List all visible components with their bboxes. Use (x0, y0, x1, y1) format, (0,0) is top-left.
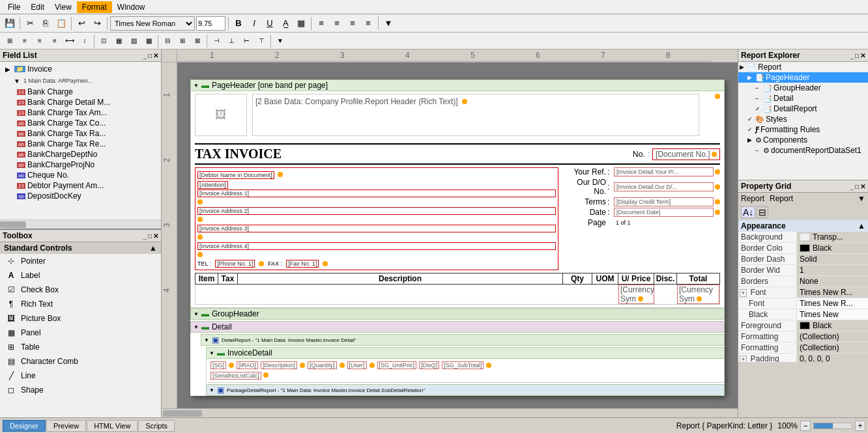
underline-button[interactable]: U (263, 16, 277, 31)
prop-value-background[interactable]: Transp... (797, 232, 868, 242)
field-list-main-data[interactable]: ▼ 1 Main Data: ARPaymen... (1, 75, 160, 87)
font-color-button[interactable]: A̲ (278, 16, 293, 31)
tb2-align3[interactable]: ⊢ (239, 35, 253, 48)
tb2-btn6[interactable]: ↕ (78, 35, 92, 48)
explorer-components[interactable]: ▶ ⚙ Components (738, 135, 868, 145)
tb2-more[interactable]: ▼ (273, 35, 287, 48)
tb2-btn9[interactable]: ▨ (126, 35, 141, 48)
toolbox-collapse-icon[interactable]: ▲ (149, 244, 157, 253)
expand-styles[interactable]: ✓ (747, 116, 755, 122)
prop-value-formatting2[interactable]: (Collection) (797, 342, 868, 353)
toolbox-item-charcomb[interactable]: ▤ Character Comb (0, 354, 161, 369)
field-list-restore[interactable]: □ (148, 52, 152, 59)
tb2-btn2[interactable]: ≡ (18, 35, 32, 48)
tab-scripts[interactable]: Scripts (138, 420, 175, 432)
align-right-button[interactable]: ≡ (345, 16, 360, 31)
zoom-slider[interactable] (813, 423, 852, 429)
toolbox-item-pointer[interactable]: ⊹ Pointer (0, 254, 161, 268)
toolbar-undo[interactable]: ↩ (74, 16, 89, 31)
font-size-input[interactable] (196, 16, 225, 31)
menu-file[interactable]: File (3, 1, 25, 13)
packagedetail-triangle[interactable]: ▼ (209, 387, 214, 393)
expand-groupheader[interactable]: – (755, 85, 763, 91)
toolbox-item-shape[interactable]: ◻ Shape (0, 383, 161, 397)
menu-format[interactable]: Format (77, 1, 112, 13)
explorer-close[interactable]: ✕ (860, 52, 865, 59)
tb2-btn12[interactable]: ⊞ (175, 35, 190, 48)
prop-value-border-wid[interactable]: 1 (797, 265, 868, 275)
appearance-toggle[interactable]: ▲ (858, 221, 865, 230)
more-button[interactable]: ▼ (381, 16, 396, 31)
toolbox-item-label[interactable]: A Label (0, 268, 161, 283)
field-item-4[interactable]: ab Bank Charge Tax Ra... (1, 128, 160, 139)
detail-triangle[interactable]: ▼ (194, 324, 199, 330)
expand-pageheader[interactable]: ▶ (747, 74, 755, 81)
prop-sort-category[interactable]: ⊟ (757, 206, 768, 218)
propgrid-close[interactable]: ✕ (860, 183, 865, 190)
prop-value-formatting1[interactable]: (Collection) (797, 331, 868, 342)
field-item-0[interactable]: 23 Bank Charge (1, 87, 160, 97)
toolbox-item-checkbox[interactable]: ☑ Check Box (0, 283, 161, 297)
menu-view[interactable]: View (50, 1, 77, 13)
toolbox-close[interactable]: ✕ (153, 232, 158, 240)
field-item-7[interactable]: ab BankChargeProjNo (1, 160, 160, 170)
align-justify-button[interactable]: ≡ (361, 16, 375, 31)
font-expand-icon[interactable]: + (740, 289, 747, 297)
expand-report[interactable]: ▶ (740, 64, 747, 70)
prop-value-borders[interactable]: None (797, 276, 868, 286)
prop-value-foreground[interactable]: Black (797, 320, 868, 331)
tb2-align1[interactable]: ⊣ (209, 35, 224, 48)
tb2-btn13[interactable]: ⊠ (190, 35, 205, 48)
field-item-6[interactable]: ab BankChargeDeptNo (1, 149, 160, 160)
tb2-btn1[interactable]: ⊞ (3, 35, 17, 48)
zoom-in-button[interactable]: + (855, 421, 865, 431)
expand-formatting-rules[interactable]: ✓ (747, 126, 755, 133)
explorer-minimize[interactable]: _ (850, 52, 854, 59)
field-list-minimize[interactable]: _ (143, 52, 147, 59)
prop-value-padding[interactable]: 0, 0, 0, 0 (797, 354, 868, 362)
tab-preview[interactable]: Preview (46, 420, 86, 432)
groupheader-triangle[interactable]: ▼ (194, 311, 199, 317)
propgrid-restore[interactable]: □ (855, 183, 859, 190)
explorer-report[interactable]: ▶ 📄 Report (738, 62, 868, 72)
pageheader-triangle[interactable]: ▼ (194, 83, 199, 89)
toolbox-item-picturebox[interactable]: 🖼 Picture Box (0, 311, 161, 326)
toolbox-item-richtext[interactable]: ¶ Rich Text (0, 297, 161, 311)
toolbox-item-table[interactable]: ⊞ Table (0, 340, 161, 354)
prop-value-border-dash[interactable]: Solid (797, 254, 868, 264)
field-item-8[interactable]: ab Cheque No. (1, 170, 160, 180)
expand-detailreport[interactable]: ✓ (755, 105, 763, 112)
field-item-2[interactable]: 23 Bank Charge Tax Am... (1, 107, 160, 118)
zoom-out-button[interactable]: − (800, 421, 811, 431)
toolbar-copy[interactable]: ⎘ (38, 16, 53, 31)
prop-value-font-name[interactable]: Times New R... (797, 298, 868, 309)
field-item-3[interactable]: ab Bank Charge Tax Co... (1, 118, 160, 128)
canvas-scroll-area[interactable]: ▼ ▬ PageHeader [one band per page] 🖼 (177, 63, 738, 408)
menu-window[interactable]: Window (112, 1, 151, 13)
toolbox-item-line[interactable]: ╱ Line (0, 369, 161, 383)
explorer-detailreport[interactable]: ✓ 📑 DetailReport (738, 104, 868, 114)
field-item-5[interactable]: ab Bank Charge Tax Re... (1, 139, 160, 149)
invoicedetail-triangle[interactable]: ▼ (209, 350, 214, 356)
field-item-10[interactable]: ab DepositDocKey (1, 191, 160, 201)
padding-expand-icon[interactable]: + (740, 356, 747, 362)
menu-edit[interactable]: Edit (25, 1, 50, 13)
tb2-btn11[interactable]: ⊟ (160, 35, 175, 48)
tb2-align2[interactable]: ⊥ (224, 35, 239, 48)
expand-components[interactable]: ▶ (747, 137, 755, 143)
tb2-btn8[interactable]: ▦ (111, 35, 126, 48)
bold-button[interactable]: B (231, 16, 246, 31)
font-family-select[interactable]: Times New Roman (110, 16, 195, 31)
prop-value-font-color[interactable]: Times New (797, 309, 868, 320)
explorer-pageheader[interactable]: ▶ 📑 PageHeader (738, 72, 868, 83)
detailreport-triangle[interactable]: ▼ (204, 337, 209, 343)
align-center-button[interactable]: ≡ (330, 16, 344, 31)
highlight-button[interactable]: ▦ (294, 16, 308, 31)
toolbar-cut[interactable]: ✂ (23, 16, 37, 31)
prop-sort-alpha[interactable]: A↓ (741, 206, 755, 218)
explorer-formatting-rules[interactable]: ✓ Ƒ Formatting Rules (738, 124, 868, 135)
toolbar-save[interactable]: 💾 (3, 16, 17, 31)
toolbox-item-panel[interactable]: ▦ Panel (0, 326, 161, 340)
prop-value-font[interactable]: Times New R... (797, 287, 868, 298)
field-list-close[interactable]: ✕ (153, 52, 158, 59)
